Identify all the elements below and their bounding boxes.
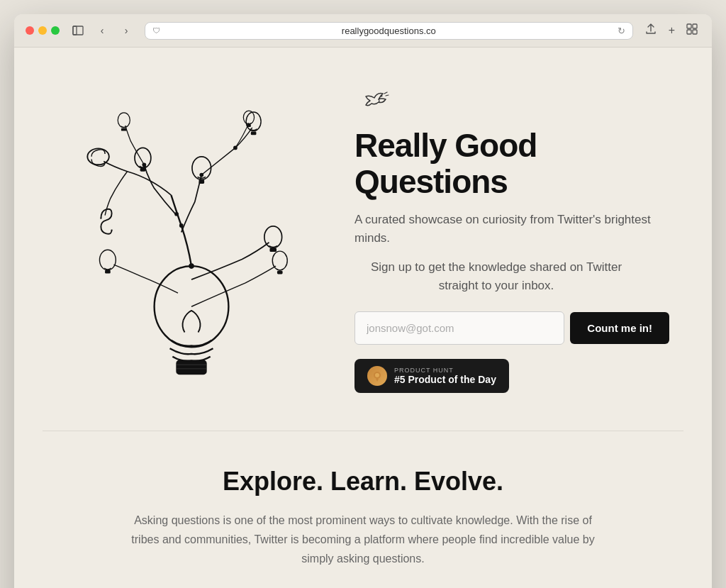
svg-point-29 (179, 223, 184, 228)
maximize-button[interactable] (51, 26, 60, 35)
submit-button[interactable]: Count me in! (570, 312, 669, 344)
svg-rect-5 (693, 30, 697, 34)
svg-rect-11 (199, 179, 204, 184)
grid-button[interactable] (683, 22, 700, 39)
minimize-button[interactable] (38, 26, 47, 35)
traffic-lights (26, 26, 60, 35)
svg-rect-15 (251, 132, 257, 135)
reload-icon[interactable]: ↻ (618, 26, 625, 36)
product-hunt-badge[interactable]: PRODUCT HUNT #5 Product of the Day (354, 359, 509, 393)
hero-title: Really Good Questions (354, 128, 669, 199)
hero-section: Really Good Questions A curated showcase… (14, 48, 712, 431)
svg-rect-4 (687, 30, 691, 34)
svg-point-25 (243, 111, 254, 124)
lightbulb-illustration (71, 97, 312, 381)
svg-rect-26 (247, 124, 251, 127)
svg-point-35 (381, 94, 383, 96)
svg-point-16 (264, 226, 282, 248)
svg-rect-1 (73, 26, 83, 35)
svg-point-34 (233, 146, 238, 150)
url-text[interactable]: reallygoodquestions.co (164, 26, 613, 36)
svg-rect-13 (140, 168, 146, 172)
svg-rect-17 (269, 248, 277, 252)
email-form: Count me in! (354, 311, 669, 345)
product-hunt-label: PRODUCT HUNT (394, 367, 496, 374)
svg-rect-20 (277, 271, 283, 274)
product-hunt-medal (367, 366, 387, 386)
address-bar[interactable]: 🛡 reallygoodquestions.co ↻ (145, 22, 633, 40)
product-hunt-rank: #5 Product of the Day (394, 374, 496, 385)
explore-description-2: Really Good Questions is a hand curated … (150, 583, 576, 588)
explore-section: Explore. Learn. Evolve. Asking questions… (14, 431, 712, 588)
svg-point-23 (118, 113, 130, 128)
browser-navigation: ‹ › (68, 23, 136, 38)
svg-point-32 (142, 162, 146, 167)
svg-point-30 (174, 212, 179, 216)
explore-description-1: Asking questions is one of the most prom… (122, 511, 604, 569)
back-button[interactable]: ‹ (92, 23, 112, 38)
explore-title: Explore. Learn. Evolve. (71, 467, 655, 497)
svg-point-19 (272, 251, 287, 270)
close-button[interactable] (26, 26, 34, 35)
hero-subtitle: A curated showcase on curiosity from Twi… (354, 211, 652, 247)
svg-rect-3 (693, 24, 697, 28)
share-button[interactable] (642, 21, 660, 40)
sidebar-toggle[interactable] (68, 23, 88, 38)
svg-rect-0 (73, 26, 77, 35)
forward-button[interactable]: › (116, 23, 136, 38)
browser-window: ‹ › 🛡 reallygoodquestions.co ↻ + (14, 14, 712, 588)
email-input[interactable] (354, 311, 564, 345)
security-icon: 🛡 (152, 26, 160, 35)
new-tab-button[interactable]: + (666, 23, 678, 38)
svg-rect-7 (177, 360, 206, 374)
hero-cta-text: Sign up to get the knowledge shared on T… (354, 258, 638, 294)
page-content: Really Good Questions A curated showcase… (14, 48, 712, 588)
hero-content: Really Good Questions A curated showcase… (354, 85, 669, 393)
browser-action-buttons: + (642, 21, 700, 40)
svg-point-37 (375, 373, 379, 377)
bird-icon-container (354, 85, 669, 116)
illustration-container (57, 97, 326, 381)
svg-rect-2 (687, 24, 691, 28)
svg-rect-22 (105, 270, 111, 274)
svg-point-33 (189, 263, 194, 269)
product-hunt-text: PRODUCT HUNT #5 Product of the Day (394, 367, 496, 385)
svg-point-18 (87, 148, 108, 165)
svg-rect-24 (121, 128, 127, 131)
browser-chrome: ‹ › 🛡 reallygoodquestions.co ↻ + (14, 14, 712, 48)
svg-point-31 (199, 173, 203, 177)
bird-icon (354, 85, 390, 113)
svg-point-21 (99, 250, 116, 270)
